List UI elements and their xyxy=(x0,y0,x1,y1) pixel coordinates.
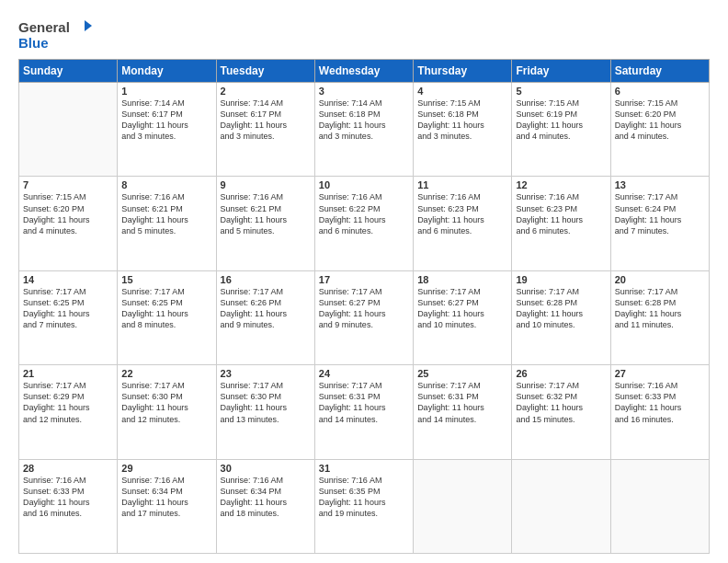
calendar-cell: 1Sunrise: 7:14 AM Sunset: 6:17 PM Daylig… xyxy=(118,83,216,177)
day-number: 8 xyxy=(121,179,211,190)
calendar-cell: 6Sunrise: 7:15 AM Sunset: 6:20 PM Daylig… xyxy=(610,83,709,177)
day-number: 18 xyxy=(417,274,507,285)
day-info: Sunrise: 7:17 AM Sunset: 6:25 PM Dayligh… xyxy=(23,286,113,331)
day-number: 25 xyxy=(417,368,507,379)
svg-text:General: General xyxy=(18,19,70,35)
weekday-header-saturday: Saturday xyxy=(610,60,709,83)
day-info: Sunrise: 7:17 AM Sunset: 6:30 PM Dayligh… xyxy=(221,380,311,425)
day-number: 23 xyxy=(221,368,311,379)
calendar-cell: 4Sunrise: 7:15 AM Sunset: 6:18 PM Daylig… xyxy=(414,83,512,177)
calendar-cell: 5Sunrise: 7:15 AM Sunset: 6:19 PM Daylig… xyxy=(512,83,610,177)
calendar-cell: 13Sunrise: 7:17 AM Sunset: 6:24 PM Dayli… xyxy=(610,177,709,270)
day-number: 9 xyxy=(221,179,311,190)
calendar-cell xyxy=(414,459,512,553)
day-info: Sunrise: 7:16 AM Sunset: 6:23 PM Dayligh… xyxy=(516,191,606,236)
day-number: 11 xyxy=(417,179,507,190)
calendar-cell xyxy=(610,459,709,553)
day-number: 5 xyxy=(516,86,606,97)
calendar-cell: 20Sunrise: 7:17 AM Sunset: 6:28 PM Dayli… xyxy=(610,270,709,364)
logo-svg: General Blue xyxy=(18,17,92,52)
day-number: 15 xyxy=(121,274,211,285)
day-info: Sunrise: 7:17 AM Sunset: 6:27 PM Dayligh… xyxy=(319,286,409,331)
calendar-cell: 22Sunrise: 7:17 AM Sunset: 6:30 PM Dayli… xyxy=(118,365,216,459)
day-info: Sunrise: 7:17 AM Sunset: 6:24 PM Dayligh… xyxy=(615,191,705,236)
day-number: 30 xyxy=(221,463,311,474)
day-info: Sunrise: 7:15 AM Sunset: 6:20 PM Dayligh… xyxy=(23,191,113,236)
calendar-cell: 7Sunrise: 7:15 AM Sunset: 6:20 PM Daylig… xyxy=(19,177,118,270)
calendar-cell: 19Sunrise: 7:17 AM Sunset: 6:28 PM Dayli… xyxy=(512,270,610,364)
day-info: Sunrise: 7:14 AM Sunset: 6:17 PM Dayligh… xyxy=(221,98,311,143)
day-info: Sunrise: 7:17 AM Sunset: 6:28 PM Dayligh… xyxy=(615,286,705,331)
day-number: 27 xyxy=(615,368,705,379)
calendar-cell: 27Sunrise: 7:16 AM Sunset: 6:33 PM Dayli… xyxy=(610,365,709,459)
calendar-cell: 25Sunrise: 7:17 AM Sunset: 6:31 PM Dayli… xyxy=(414,365,512,459)
calendar-body: 1Sunrise: 7:14 AM Sunset: 6:17 PM Daylig… xyxy=(19,83,710,554)
day-number: 16 xyxy=(221,274,311,285)
day-info: Sunrise: 7:16 AM Sunset: 6:23 PM Dayligh… xyxy=(417,191,507,236)
day-number: 31 xyxy=(319,463,409,474)
day-info: Sunrise: 7:16 AM Sunset: 6:22 PM Dayligh… xyxy=(319,191,409,236)
calendar-cell xyxy=(19,83,118,177)
day-number: 29 xyxy=(121,463,211,474)
day-info: Sunrise: 7:17 AM Sunset: 6:32 PM Dayligh… xyxy=(516,380,606,425)
calendar-cell: 31Sunrise: 7:16 AM Sunset: 6:35 PM Dayli… xyxy=(314,459,413,553)
day-info: Sunrise: 7:16 AM Sunset: 6:35 PM Dayligh… xyxy=(319,475,409,520)
day-number: 21 xyxy=(23,368,113,379)
calendar-cell: 9Sunrise: 7:16 AM Sunset: 6:21 PM Daylig… xyxy=(216,177,314,270)
calendar-header: SundayMondayTuesdayWednesdayThursdayFrid… xyxy=(19,60,710,83)
calendar-cell: 18Sunrise: 7:17 AM Sunset: 6:27 PM Dayli… xyxy=(414,270,512,364)
calendar-cell: 23Sunrise: 7:17 AM Sunset: 6:30 PM Dayli… xyxy=(216,365,314,459)
calendar-cell: 15Sunrise: 7:17 AM Sunset: 6:25 PM Dayli… xyxy=(118,270,216,364)
calendar-table: SundayMondayTuesdayWednesdayThursdayFrid… xyxy=(18,59,710,554)
calendar-week-row: 7Sunrise: 7:15 AM Sunset: 6:20 PM Daylig… xyxy=(19,177,710,270)
day-number: 17 xyxy=(319,274,409,285)
weekday-header-row: SundayMondayTuesdayWednesdayThursdayFrid… xyxy=(19,60,710,83)
weekday-header-thursday: Thursday xyxy=(414,60,512,83)
day-info: Sunrise: 7:14 AM Sunset: 6:18 PM Dayligh… xyxy=(319,98,409,143)
day-info: Sunrise: 7:17 AM Sunset: 6:26 PM Dayligh… xyxy=(221,286,311,331)
calendar-cell xyxy=(512,459,610,553)
day-number: 4 xyxy=(417,86,507,97)
calendar-cell: 17Sunrise: 7:17 AM Sunset: 6:27 PM Dayli… xyxy=(314,270,413,364)
day-info: Sunrise: 7:15 AM Sunset: 6:19 PM Dayligh… xyxy=(516,98,606,143)
calendar-cell: 24Sunrise: 7:17 AM Sunset: 6:31 PM Dayli… xyxy=(314,365,413,459)
day-number: 20 xyxy=(615,274,705,285)
calendar-cell: 11Sunrise: 7:16 AM Sunset: 6:23 PM Dayli… xyxy=(414,177,512,270)
day-info: Sunrise: 7:16 AM Sunset: 6:21 PM Dayligh… xyxy=(221,191,311,236)
day-info: Sunrise: 7:17 AM Sunset: 6:29 PM Dayligh… xyxy=(23,380,113,425)
day-info: Sunrise: 7:15 AM Sunset: 6:18 PM Dayligh… xyxy=(417,98,507,143)
day-info: Sunrise: 7:14 AM Sunset: 6:17 PM Dayligh… xyxy=(121,98,211,143)
weekday-header-tuesday: Tuesday xyxy=(216,60,314,83)
weekday-header-wednesday: Wednesday xyxy=(314,60,413,83)
day-info: Sunrise: 7:17 AM Sunset: 6:27 PM Dayligh… xyxy=(417,286,507,331)
day-info: Sunrise: 7:16 AM Sunset: 6:33 PM Dayligh… xyxy=(23,475,113,520)
day-number: 13 xyxy=(615,179,705,190)
calendar-week-row: 1Sunrise: 7:14 AM Sunset: 6:17 PM Daylig… xyxy=(19,83,710,177)
svg-text:Blue: Blue xyxy=(18,35,49,51)
weekday-header-sunday: Sunday xyxy=(19,60,118,83)
day-info: Sunrise: 7:17 AM Sunset: 6:25 PM Dayligh… xyxy=(121,286,211,331)
header: General Blue xyxy=(18,17,710,52)
calendar-week-row: 21Sunrise: 7:17 AM Sunset: 6:29 PM Dayli… xyxy=(19,365,710,459)
day-info: Sunrise: 7:15 AM Sunset: 6:20 PM Dayligh… xyxy=(615,98,705,143)
calendar-cell: 29Sunrise: 7:16 AM Sunset: 6:34 PM Dayli… xyxy=(118,459,216,553)
day-number: 14 xyxy=(23,274,113,285)
day-number: 24 xyxy=(319,368,409,379)
calendar-cell: 12Sunrise: 7:16 AM Sunset: 6:23 PM Dayli… xyxy=(512,177,610,270)
calendar-cell: 26Sunrise: 7:17 AM Sunset: 6:32 PM Dayli… xyxy=(512,365,610,459)
day-number: 3 xyxy=(319,86,409,97)
day-number: 6 xyxy=(615,86,705,97)
day-info: Sunrise: 7:16 AM Sunset: 6:34 PM Dayligh… xyxy=(121,475,211,520)
day-number: 26 xyxy=(516,368,606,379)
day-number: 2 xyxy=(221,86,311,97)
calendar-cell: 2Sunrise: 7:14 AM Sunset: 6:17 PM Daylig… xyxy=(216,83,314,177)
weekday-header-friday: Friday xyxy=(512,60,610,83)
day-info: Sunrise: 7:16 AM Sunset: 6:34 PM Dayligh… xyxy=(221,475,311,520)
day-info: Sunrise: 7:16 AM Sunset: 6:33 PM Dayligh… xyxy=(615,380,705,425)
calendar-cell: 10Sunrise: 7:16 AM Sunset: 6:22 PM Dayli… xyxy=(314,177,413,270)
day-number: 10 xyxy=(319,179,409,190)
calendar-cell: 30Sunrise: 7:16 AM Sunset: 6:34 PM Dayli… xyxy=(216,459,314,553)
day-number: 12 xyxy=(516,179,606,190)
day-number: 19 xyxy=(516,274,606,285)
day-info: Sunrise: 7:17 AM Sunset: 6:28 PM Dayligh… xyxy=(516,286,606,331)
